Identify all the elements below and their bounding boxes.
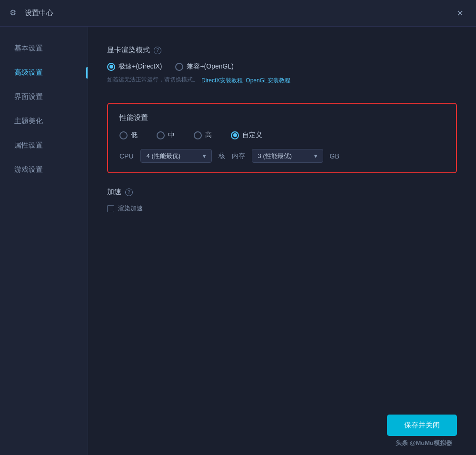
sidebar-item-games[interactable]: 游戏设置 bbox=[0, 158, 88, 182]
save-button[interactable]: 保存并关闭 bbox=[387, 415, 457, 436]
watermark: 头条 @MuMu模拟器 bbox=[396, 439, 452, 447]
cpu-label: CPU bbox=[119, 152, 134, 160]
performance-box: 性能设置 低 中 高 自定义 bbox=[107, 103, 457, 173]
radio-custom-inner bbox=[233, 133, 237, 137]
gpu-option-opengl[interactable]: 兼容+(OpenGL) bbox=[175, 62, 233, 71]
perf-option-mid[interactable]: 中 bbox=[157, 131, 175, 139]
gpu-help-icon[interactable]: ? bbox=[154, 47, 161, 54]
sidebar-item-ui[interactable]: 界面设置 bbox=[0, 85, 88, 109]
accel-help-icon[interactable]: ? bbox=[125, 188, 133, 196]
content-area: 显卡渲染模式 ? 极速+(DirectX) 兼容+(OpenGL) 如若运无法正… bbox=[88, 27, 476, 455]
perf-option-high[interactable]: 高 bbox=[194, 131, 212, 139]
cpu-select[interactable]: 4 (性能最优) 1 2 3 bbox=[140, 149, 212, 163]
settings-icon: ⚙ bbox=[10, 8, 20, 19]
radio-custom-outer bbox=[231, 131, 239, 139]
radio-directx-outer bbox=[107, 63, 115, 71]
title-left: ⚙ 设置中心 bbox=[10, 8, 53, 19]
close-button[interactable]: ✕ bbox=[453, 7, 466, 20]
gpu-section: 显卡渲染模式 ? 极速+(DirectX) 兼容+(OpenGL) 如若运无法正… bbox=[107, 46, 457, 86]
accel-checkbox[interactable] bbox=[107, 205, 114, 212]
accel-checkbox-text: 渲染加速 bbox=[118, 204, 143, 213]
gpu-section-title: 显卡渲染模式 ? bbox=[107, 46, 457, 55]
perf-radio-group: 低 中 高 自定义 bbox=[119, 131, 445, 139]
sidebar-item-advanced[interactable]: 高级设置 bbox=[0, 60, 88, 85]
cpu-unit-label: 核 bbox=[218, 152, 225, 160]
sidebar: 基本设置 高级设置 界面设置 主题美化 属性设置 游戏设置 bbox=[0, 27, 88, 455]
title-bar: ⚙ 设置中心 ✕ bbox=[0, 0, 476, 27]
directx-tutorial-link[interactable]: DirectX安装教程 bbox=[201, 77, 243, 85]
accel-section: 加速 ? 渲染加速 bbox=[107, 188, 457, 213]
mem-select-wrapper: 3 (性能最优) 1 2 4 ▼ bbox=[252, 149, 323, 163]
mem-label: 内存 bbox=[232, 152, 245, 160]
gpu-option-directx[interactable]: 极速+(DirectX) bbox=[107, 62, 162, 71]
mem-select[interactable]: 3 (性能最优) 1 2 4 bbox=[252, 149, 323, 163]
radio-high-outer bbox=[194, 131, 202, 139]
accel-checkbox-label[interactable]: 渲染加速 bbox=[107, 204, 457, 213]
sidebar-item-basic[interactable]: 基本设置 bbox=[0, 36, 88, 60]
sidebar-item-theme[interactable]: 主题美化 bbox=[0, 109, 88, 133]
radio-opengl-outer bbox=[175, 63, 183, 71]
gpu-info-line: 如若运无法正常运行，请切换模式。 DirectX安装教程 OpenGL安装教程 bbox=[107, 76, 457, 86]
radio-low-outer bbox=[119, 131, 128, 139]
cpu-select-wrapper: 4 (性能最优) 1 2 3 ▼ bbox=[140, 149, 212, 163]
mem-unit-label: GB bbox=[330, 152, 339, 160]
perf-title: 性能设置 bbox=[119, 113, 445, 122]
gpu-radio-group: 极速+(DirectX) 兼容+(OpenGL) bbox=[107, 62, 457, 71]
perf-controls: CPU 4 (性能最优) 1 2 3 ▼ 核 内存 3 (性能最优) 1 bbox=[119, 149, 445, 163]
sidebar-item-props[interactable]: 属性设置 bbox=[0, 133, 88, 158]
accel-title: 加速 ? bbox=[107, 188, 457, 197]
perf-option-custom[interactable]: 自定义 bbox=[231, 131, 262, 139]
radio-directx-inner bbox=[109, 65, 113, 69]
opengl-tutorial-link[interactable]: OpenGL安装教程 bbox=[246, 77, 290, 85]
main-layout: 基本设置 高级设置 界面设置 主题美化 属性设置 游戏设置 显卡渲染模式 ? bbox=[0, 27, 476, 455]
radio-mid-outer bbox=[157, 131, 165, 139]
save-button-area: 保存并关闭 bbox=[387, 415, 457, 436]
gpu-info-text: 如若运无法正常运行，请切换模式。 bbox=[107, 76, 198, 84]
window-title: 设置中心 bbox=[25, 9, 53, 18]
watermark-text: 头条 @MuMu模拟器 bbox=[396, 439, 452, 447]
perf-option-low[interactable]: 低 bbox=[119, 131, 138, 139]
